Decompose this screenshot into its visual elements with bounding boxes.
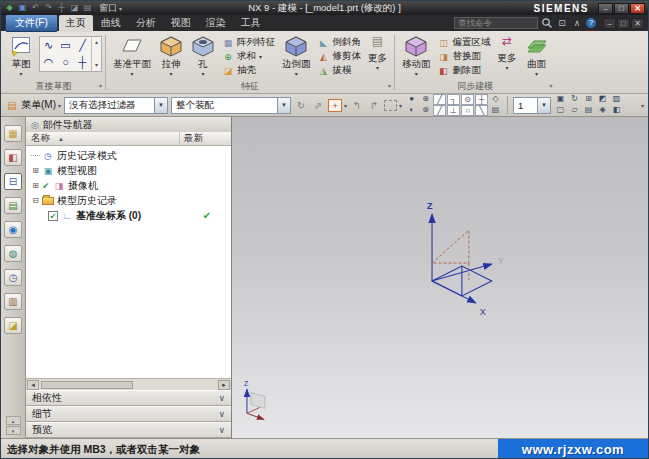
snap-endpoint-icon[interactable]: ╱ (433, 94, 446, 105)
palette-scroll-down[interactable]: ▾ (92, 60, 101, 71)
selection-scope-combo[interactable]: 整个装配 ▼ (171, 97, 291, 114)
graphics-viewport[interactable]: Z Y X Z (232, 117, 648, 438)
help-icon[interactable]: ? (586, 18, 596, 28)
doc-close-button[interactable]: ✕ (631, 18, 644, 29)
save-icon[interactable]: ▣ (17, 3, 28, 13)
combo-dropdown-icon[interactable]: ▼ (537, 98, 550, 113)
scroll-left-icon[interactable]: ◄ (27, 380, 39, 390)
maximize-button[interactable]: □ (614, 3, 629, 14)
resource-scroll-down[interactable]: ▾ (6, 426, 21, 435)
rectangle-tool[interactable]: ▭ (57, 37, 74, 54)
assembly-navigator-tab[interactable]: ▦ (4, 125, 22, 142)
section-preview[interactable]: 预览 ∨ (26, 422, 231, 438)
select-arrow-icon[interactable]: ⇗ (311, 99, 325, 112)
toolbar-overflow-icon[interactable]: ▾ (641, 102, 644, 109)
file-menu-button[interactable]: 文件(F) (5, 14, 58, 32)
unite-button[interactable]: ⊕ 求和 ▾ (219, 50, 278, 63)
lasso-button[interactable]: ▾ (384, 100, 402, 111)
prev-selection-icon[interactable]: ↰ (350, 99, 364, 112)
snap-ball-icon[interactable]: ● (405, 94, 418, 105)
work-layer-combo[interactable]: 1 ▼ (513, 97, 551, 114)
datum-plane-button[interactable]: 基准平面 ▾ (109, 32, 155, 77)
dialog-launcher-icon[interactable]: ▾ (99, 82, 102, 89)
scrollbar-thumb[interactable] (41, 381, 133, 389)
snap-midline-icon[interactable]: ╱ (433, 105, 446, 116)
surface-button[interactable]: 曲面 ▾ (521, 32, 553, 77)
history-tab[interactable]: ◷ (4, 269, 22, 286)
tab-view[interactable]: 视图 (164, 15, 198, 32)
tree-item-model-history[interactable]: ⊟ 模型历史记录 (26, 193, 231, 208)
general-selection-button[interactable]: + ▾ (328, 99, 347, 112)
shell-button[interactable]: ◪ 抽壳 (219, 64, 278, 77)
combo-dropdown-icon[interactable]: ▼ (154, 98, 167, 113)
dialog-launcher-icon[interactable]: ▾ (549, 82, 552, 89)
next-selection-icon[interactable]: ↱ (367, 99, 381, 112)
delete-face-button[interactable]: ◧ 删除面 (435, 64, 494, 77)
snap-gear-icon[interactable]: ⊛ (419, 105, 432, 116)
snap-perpendicular-icon[interactable]: ⊥ (447, 105, 460, 116)
process-studio-tab[interactable]: ▥ (4, 293, 22, 310)
pattern-feature-button[interactable]: ▦ 阵列特征 (219, 36, 278, 49)
column-latest-label[interactable]: 最新 (179, 132, 231, 145)
shaded-view-icon[interactable]: ◩ (596, 94, 609, 105)
replace-face-button[interactable]: ◨ 替换面 (435, 50, 494, 63)
circle-tool[interactable]: ○ (57, 54, 74, 71)
layers-icon[interactable]: ▤ (582, 105, 595, 116)
expand-icon[interactable]: ⊞ (31, 181, 40, 190)
tree-item-model-views[interactable]: ⊞ ▣ 模型视图 (26, 163, 231, 178)
hole-button[interactable]: 孔 ▾ (187, 32, 219, 77)
doc-minimize-button[interactable]: – (603, 18, 616, 29)
offset-region-button[interactable]: ◫ 偏置区域 (435, 36, 494, 49)
chamfer-button[interactable]: ◣ 倒斜角 (315, 36, 365, 49)
dialog-launcher-icon[interactable]: ▾ (388, 82, 391, 89)
minimize-button[interactable]: – (598, 3, 613, 14)
combo-dropdown-icon[interactable]: ▼ (277, 98, 290, 113)
highlight-icon[interactable]: ↻ (294, 99, 308, 112)
orient-view-icon[interactable]: ◧ (610, 105, 623, 116)
brush-icon[interactable]: ▱ (568, 105, 581, 116)
pin-icon[interactable]: ◎ (31, 120, 39, 130)
arc-tool[interactable]: ◠ (40, 54, 57, 71)
wireframe-icon[interactable]: ▨ (610, 94, 623, 105)
refresh-icon[interactable]: ↻ (568, 94, 581, 105)
cut-icon[interactable]: ┼ (56, 3, 67, 13)
extrude-button[interactable]: 拉伸 ▾ (155, 32, 187, 77)
column-name-label[interactable]: 名称 (31, 132, 50, 145)
fit-window-icon[interactable]: ⊡ (556, 17, 568, 29)
chevron-expand-icon[interactable]: ∨ (218, 393, 225, 403)
scroll-right-icon[interactable]: ► (218, 380, 230, 390)
tab-curve[interactable]: 曲线 (94, 15, 128, 32)
close-button[interactable]: ✕ (630, 3, 645, 14)
line-tool[interactable]: ╱ (74, 37, 91, 54)
part-navigator-tab[interactable]: ⊟ (4, 173, 22, 190)
snap-slash-icon[interactable]: ╲ (475, 105, 488, 116)
hd3d-tools-tab[interactable]: ◍ (4, 245, 22, 262)
more-sync-button[interactable]: ⇄ 更多 ▾ (494, 32, 521, 71)
window-view-icon[interactable]: ▣ (554, 94, 567, 105)
tab-render[interactable]: 渲染 (199, 15, 233, 32)
render-style-icon[interactable]: ◈ (596, 105, 609, 116)
tab-analysis[interactable]: 分析 (129, 15, 163, 32)
tab-tools[interactable]: 工具 (234, 15, 268, 32)
snap-point-icon[interactable]: ┼ (475, 94, 488, 105)
roles-tab[interactable]: ◪ (4, 317, 22, 334)
checkbox-checked-icon[interactable]: ✔ (48, 211, 58, 221)
undo-icon[interactable]: ↶ (30, 3, 41, 13)
reuse-library-tab[interactable]: ▤ (4, 197, 22, 214)
grid-icon[interactable]: ⊞ (582, 94, 595, 105)
minimize-ribbon-icon[interactable]: ∧ (571, 17, 583, 29)
copy-icon[interactable]: ◪ (69, 3, 80, 13)
search-icon[interactable] (541, 17, 553, 29)
section-details[interactable]: 细节 ∨ (26, 406, 231, 422)
doc-restore-button[interactable]: □ (617, 18, 630, 29)
chevron-expand-icon[interactable]: ∨ (218, 425, 225, 435)
sketch-button[interactable]: 草图 ▾ (5, 32, 37, 77)
sort-ascending-icon[interactable]: ▲ (58, 136, 64, 142)
restore-view-icon[interactable]: ▢ (554, 105, 567, 116)
selection-filter-combo[interactable]: 没有选择过滤器 ▼ (64, 97, 168, 114)
window-menu[interactable]: 窗口 ▾ (99, 2, 122, 15)
palette-scroll-up[interactable]: ▴ (92, 37, 101, 48)
viewport-canvas[interactable]: Z Y X Z (232, 117, 648, 438)
tab-home[interactable]: 主页 (59, 15, 93, 32)
section-dependencies[interactable]: 相依性 ∨ (26, 390, 231, 406)
